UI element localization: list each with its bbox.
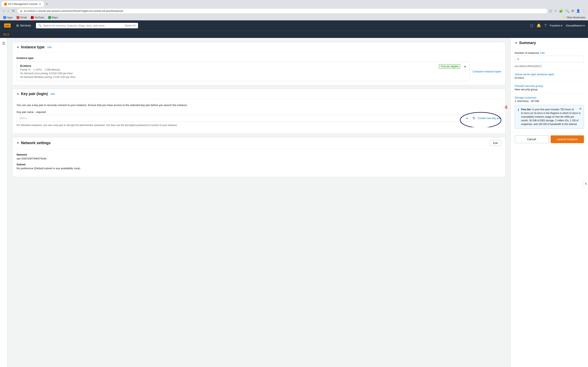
instances-info-link[interactable]: Info: [540, 51, 545, 54]
network-field: Network vpc-03d7e307446474c6e: [17, 153, 501, 160]
instance-type-form-label: Instance type: [17, 57, 501, 59]
windows-hint: For Windows instances, you use a key pai…: [17, 123, 501, 127]
annotation-number: 4: [505, 104, 507, 110]
bell-icon[interactable]: 🔔: [536, 23, 541, 28]
key-pair-toggle[interactable]: ▼: [17, 92, 19, 96]
address-bar[interactable]: 🔒 eu-central-1.console.aws.amazon.com/ec…: [17, 8, 548, 14]
folder-icon: 📁: [563, 16, 566, 19]
ami-id: ami-0883c24f5543d3071: [515, 65, 584, 68]
instances-field: Number of instances Info: [515, 51, 584, 62]
virtual-server-value: t2.micro: [515, 76, 584, 79]
free-tier-title: Free tier:: [521, 108, 531, 111]
free-tier-notice-content: ℹ Free tier: In your first year includes…: [518, 108, 581, 126]
firewall-link[interactable]: Firewall (security group): [515, 84, 543, 87]
search-icon[interactable]: 🔍: [565, 9, 569, 13]
content-area: ▼ Instance type Info Instance type t2.mi…: [7, 38, 510, 367]
instance-type-name: t2.micro: [20, 64, 75, 67]
gmail-label: Gmail: [20, 16, 26, 19]
apps-favicon: [3, 16, 6, 19]
reload-button[interactable]: ↻: [11, 8, 16, 14]
forward-button[interactable]: ›: [7, 8, 9, 14]
cancel-button[interactable]: Cancel: [515, 135, 549, 143]
instances-input[interactable]: [515, 56, 584, 62]
network-body: Network vpc-03d7e307446474c6e Subnet No …: [12, 149, 505, 177]
key-pair-info-link[interactable]: Info: [51, 92, 55, 95]
instance-type-body: Instance type t2.micro Family: t2 1 vCPU…: [12, 52, 505, 85]
select-arrow-icon: ▾: [466, 117, 468, 120]
main-layout: ☰ ▼ Instance type Info Instance type t2.…: [0, 38, 588, 367]
virtual-server-field: Virtual server type (instance type) t2.m…: [515, 73, 584, 79]
lock-icon: 🔒: [20, 9, 23, 12]
instance-type-panel: ▼ Instance type Info Instance type t2.mi…: [12, 42, 506, 85]
summary-panel: ▼ Summary Number of instances Info ami-0…: [510, 38, 588, 367]
help-icon[interactable]: ?: [544, 24, 546, 28]
free-tier-notice: ✕ ℹ Free tier: In your first year includ…: [515, 105, 584, 129]
aws-logo[interactable]: aws: [3, 21, 11, 30]
instance-type-details: t2.micro Family: t2 1 vCPU 1 GiB Memory …: [20, 64, 75, 78]
hamburger-icon[interactable]: ☰: [2, 41, 5, 46]
grid-icon: ⊞: [16, 24, 19, 27]
extensions-icon[interactable]: 🧩: [559, 9, 563, 13]
service-name[interactable]: EC2: [3, 33, 9, 36]
instance-type-title: Instance type: [21, 45, 44, 49]
other-bookmarks[interactable]: 📁 Other Bookmarks: [563, 16, 586, 19]
right-info-panel[interactable]: ℹ: [584, 180, 588, 187]
instance-type-toggle[interactable]: ▼: [17, 46, 19, 49]
apps-label: Apps: [7, 16, 12, 19]
key-pair-name-row: Key pair name - required Select ▾ ↻ Crea…: [17, 110, 501, 127]
user-menu[interactable]: Oluwafifekemi ▾: [566, 24, 585, 27]
dropdown-arrow-icon: ▾: [464, 65, 466, 68]
compare-instance-types-link[interactable]: Compare instance types: [473, 70, 501, 73]
network-label: Network: [17, 153, 501, 156]
browser-chrome: ▲ EC2 Management Console ✕ + ‹ › ↻ 🔒 eu-…: [0, 0, 588, 20]
profile-icon[interactable]: 👤: [576, 9, 580, 13]
launch-instance-button[interactable]: Launch instance: [551, 135, 584, 143]
back-button[interactable]: ‹: [2, 8, 5, 14]
key-pair-select-row: Select ▾ ↻ Create new key pair 4: [17, 115, 501, 122]
region-selector[interactable]: Frankfurt ▾: [550, 24, 562, 27]
bookmark-apps[interactable]: Apps: [2, 16, 13, 19]
divider-1: [515, 70, 584, 70]
youtube-label: YouTube: [35, 16, 44, 19]
cast-icon[interactable]: ⬡: [549, 9, 552, 13]
network-toggle[interactable]: ▼: [17, 141, 19, 145]
aws-topbar-right: ⬡ 🔔 ? Frankfurt ▾ Oluwafifekemi ▾: [530, 23, 585, 28]
search-shortcut: [Option+S]: [125, 24, 135, 27]
maps-favicon: [48, 16, 51, 19]
bookmark-maps[interactable]: Maps: [47, 16, 59, 19]
tab-title: EC2 Management Console: [8, 3, 38, 6]
svg-text:▲: ▲: [4, 3, 6, 5]
subnet-label: Subnet: [17, 163, 501, 166]
menu-icon[interactable]: ⋮: [582, 9, 586, 13]
virtual-server-link[interactable]: Virtual server type (instance type): [515, 73, 554, 76]
instance-type-info-link[interactable]: Info: [47, 46, 52, 49]
network-edit-button[interactable]: Edit: [490, 140, 501, 146]
search-input[interactable]: [43, 24, 123, 27]
network-title: Network settings: [21, 141, 51, 145]
bookmarks-right: 📁 Other Bookmarks: [563, 16, 586, 19]
new-tab-button[interactable]: +: [44, 2, 49, 7]
storage-link[interactable]: Storage (volumes): [515, 96, 536, 99]
key-pair-select[interactable]: Select ▾: [17, 115, 470, 122]
tab-close-button[interactable]: ✕: [39, 2, 41, 6]
divider-3: [515, 93, 584, 94]
address-bar-row: ‹ › ↻ 🔒 eu-central-1.console.aws.amazon.…: [0, 7, 588, 15]
star-icon[interactable]: ☆: [554, 9, 557, 13]
bookmark-youtube[interactable]: ▶ YouTube: [30, 16, 45, 19]
active-tab[interactable]: ▲ EC2 Management Console ✕: [2, 1, 44, 7]
bookmark-gmail[interactable]: Gmail: [16, 16, 27, 19]
services-label: Services: [20, 24, 31, 27]
instance-type-box[interactable]: t2.micro Family: t2 1 vCPU 1 GiB Memory …: [17, 62, 469, 81]
address-text: eu-central-1.console.aws.amazon.com/ec2/…: [24, 9, 545, 12]
free-tier-badge: Free tier eligible: [439, 64, 460, 69]
create-key-pair-button[interactable]: Create new key pair: [477, 117, 501, 120]
summary-header: ▼ Summary: [511, 38, 588, 48]
refresh-icon[interactable]: ↻: [472, 116, 476, 120]
services-button[interactable]: ⊞ Services: [15, 22, 33, 29]
extension2-icon[interactable]: ⚙: [571, 9, 574, 13]
aws-search[interactable]: 🔍 [Option+S]: [36, 23, 138, 28]
summary-toggle[interactable]: ▼: [515, 42, 518, 45]
cloudshell-icon[interactable]: ⬡: [530, 23, 533, 28]
sidebar-toggle: ☰: [0, 38, 7, 367]
free-tier-notice-close-button[interactable]: ✕: [579, 107, 582, 111]
